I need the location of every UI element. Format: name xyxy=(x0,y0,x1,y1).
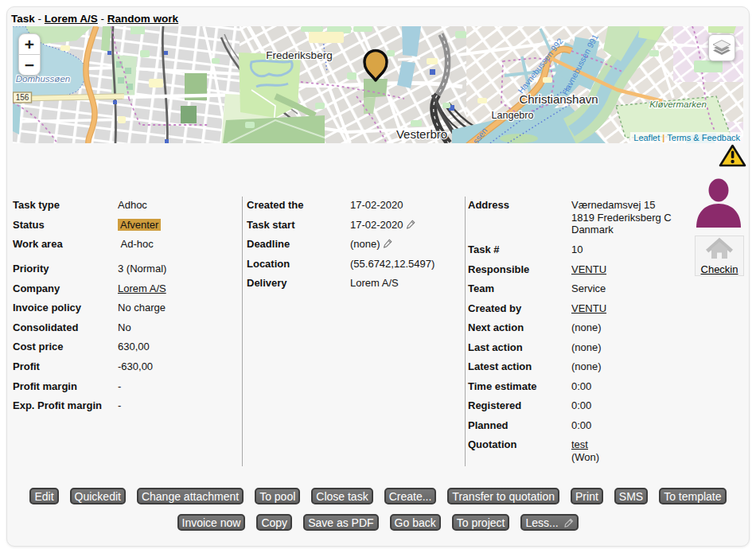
svg-text:Christianshavn: Christianshavn xyxy=(519,92,598,106)
svg-text:156: 156 xyxy=(16,93,29,102)
svg-text:Kløvermarken: Kløvermarken xyxy=(649,99,707,109)
svg-text:Langebro: Langebro xyxy=(492,110,534,121)
svg-text:Frederiksberg: Frederiksberg xyxy=(266,49,332,61)
svg-text:Vesterbro: Vesterbro xyxy=(396,127,447,141)
